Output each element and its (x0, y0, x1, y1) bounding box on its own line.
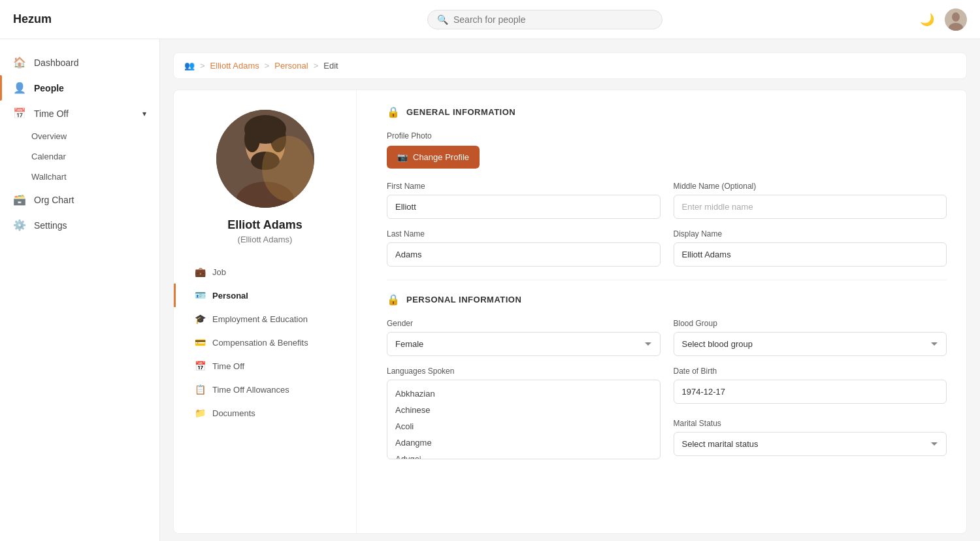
blood-group-group: Blood Group Select blood group A+ A- B+ … (674, 319, 947, 356)
language-list-container[interactable]: Abkhazian Achinese Acoli Adangme Adygei (387, 380, 661, 459)
lock-icon-general: 🔒 (387, 106, 400, 118)
name-row-2: Last Name Display Name (387, 229, 947, 267)
first-name-label: First Name (387, 182, 661, 191)
personal-row-2: Languages Spoken Abkhazian Achinese Acol… (387, 367, 947, 459)
documents-icon: 📁 (195, 408, 206, 418)
theme-toggle-icon[interactable]: 🌙 (920, 12, 934, 27)
middle-name-label: Middle Name (Optional) (674, 182, 947, 191)
lock-icon-personal: 🔒 (387, 293, 400, 306)
calendar-icon: 📅 (13, 107, 26, 120)
sidebar-item-people[interactable]: 👤 People (0, 75, 159, 101)
app-logo: Hezum (13, 12, 170, 26)
left-nav-documents[interactable]: 📁 Documents (187, 401, 343, 425)
top-nav-right: 🌙 (920, 8, 967, 31)
search-area: 🔍 (170, 10, 920, 29)
dob-input[interactable] (674, 380, 947, 404)
blood-group-select[interactable]: Select blood group A+ A- B+ B- AB+ AB- O… (674, 332, 947, 356)
profile-photo-label: Profile Photo (387, 131, 947, 140)
last-name-input[interactable] (387, 242, 661, 267)
profile-display-name: (Elliott Adams) (238, 235, 293, 244)
last-name-label: Last Name (387, 229, 661, 238)
left-nav: 💼 Job 🪪 Personal 🎓 Employment & Educatio… (187, 260, 343, 425)
breadcrumb: 👥 > Elliott Adams > Personal > Edit (173, 52, 967, 79)
breadcrumb-sep-0: > (200, 61, 205, 71)
job-icon: 💼 (195, 267, 206, 277)
personal-row-1: Gender Female Male Other Prefer not to s… (387, 319, 947, 356)
marital-status-group: Marital Status Select marital status Sin… (674, 419, 947, 459)
main-content: 👥 > Elliott Adams > Personal > Edit (160, 39, 980, 541)
gender-select[interactable]: Female Male Other Prefer not to say (387, 332, 661, 356)
dob-marital-group: Date of Birth Marital Status Select mari… (674, 367, 947, 459)
timeoff-submenu: Overview Calendar Wallchart (0, 126, 159, 187)
svg-point-1 (952, 12, 960, 22)
left-nav-allowances[interactable]: 📋 Time Off Allowances (187, 378, 343, 401)
profile-avatar (216, 110, 314, 208)
breadcrumb-sep-2: > (314, 61, 319, 71)
marital-status-select[interactable]: Select marital status Single Married Div… (674, 432, 947, 456)
settings-icon: ⚙️ (13, 219, 26, 231)
display-name-input[interactable] (674, 242, 947, 267)
last-name-group: Last Name (387, 229, 661, 267)
orgchart-icon: 🗃️ (13, 193, 26, 206)
left-panel: Elliott Adams (Elliott Adams) 💼 Job 🪪 Pe… (174, 90, 357, 533)
camera-icon: 📷 (397, 152, 408, 162)
profile-name: Elliott Adams (227, 218, 302, 232)
search-input[interactable] (453, 14, 653, 25)
section-divider (387, 280, 947, 280)
middle-name-group: Middle Name (Optional) (674, 182, 947, 219)
people-icon: 👤 (13, 82, 26, 94)
personal-icon: 🪪 (195, 290, 206, 301)
display-name-label: Display Name (674, 229, 947, 238)
lang-achinese[interactable]: Achinese (387, 402, 660, 418)
display-name-group: Display Name (674, 229, 947, 267)
sidebar-item-dashboard[interactable]: 🏠 Dashboard (0, 50, 159, 75)
breadcrumb-edit: Edit (323, 61, 338, 71)
gender-group: Gender Female Male Other Prefer not to s… (387, 319, 661, 356)
middle-name-input[interactable] (674, 195, 947, 219)
left-nav-personal[interactable]: 🪪 Personal (187, 284, 343, 307)
name-row-1: First Name Middle Name (Optional) (387, 182, 947, 219)
search-icon: 🔍 (437, 14, 448, 25)
breadcrumb-elliott[interactable]: Elliott Adams (210, 61, 259, 71)
general-info-header: 🔒 GENERAL INFORMATION (387, 106, 947, 118)
marital-status-label: Marital Status (674, 419, 947, 428)
left-nav-employment[interactable]: 🎓 Employment & Education (187, 307, 343, 331)
personal-info-header: 🔒 PERSONAL INFORMATION (387, 293, 947, 306)
user-avatar[interactable] (945, 8, 967, 31)
breadcrumb-sep-1: > (265, 61, 270, 71)
languages-label: Languages Spoken (387, 367, 661, 376)
lang-acoli[interactable]: Acoli (387, 418, 660, 434)
sidebar-item-timeoff[interactable]: 📅 Time Off ▾ (0, 101, 159, 126)
first-name-group: First Name (387, 182, 661, 219)
breadcrumb-personal[interactable]: Personal (274, 61, 308, 71)
languages-group: Languages Spoken Abkhazian Achinese Acol… (387, 367, 661, 459)
sidebar-sub-overview[interactable]: Overview (31, 126, 159, 146)
employment-icon: 🎓 (195, 314, 206, 324)
sidebar-item-settings[interactable]: ⚙️ Settings (0, 212, 159, 238)
blood-group-label: Blood Group (674, 319, 947, 328)
sidebar-sub-calendar[interactable]: Calendar (31, 146, 159, 167)
content-area: Elliott Adams (Elliott Adams) 💼 Job 🪪 Pe… (173, 90, 967, 534)
top-nav: Hezum 🔍 🌙 (0, 0, 980, 39)
lang-adangme[interactable]: Adangme (387, 434, 660, 451)
gender-label: Gender (387, 319, 661, 328)
lang-adygei[interactable]: Adygei (387, 451, 660, 459)
sidebar-item-orgchart[interactable]: 🗃️ Org Chart (0, 187, 159, 212)
svg-point-11 (262, 136, 314, 201)
left-nav-compensation[interactable]: 💳 Compensation & Benefits (187, 331, 343, 354)
main-layout: 🏠 Dashboard 👤 People 📅 Time Off ▾ Overvi… (0, 39, 980, 541)
breadcrumb-people-icon: 👥 (184, 61, 195, 71)
left-nav-timeoff[interactable]: 📅 Time Off (187, 354, 343, 378)
left-nav-job[interactable]: 💼 Job (187, 260, 343, 284)
timeoff-icon: 📅 (195, 361, 206, 371)
sidebar-sub-wallchart[interactable]: Wallchart (31, 167, 159, 187)
svg-point-7 (244, 126, 260, 152)
change-profile-button[interactable]: 📷 Change Profile (387, 146, 480, 169)
first-name-input[interactable] (387, 195, 661, 219)
chevron-down-icon: ▾ (142, 109, 146, 118)
lang-abkhazian[interactable]: Abkhazian (387, 385, 660, 402)
language-list: Abkhazian Achinese Acoli Adangme Adygei (387, 380, 660, 459)
profile-photo-group: Profile Photo 📷 Change Profile (387, 131, 947, 169)
sidebar: 🏠 Dashboard 👤 People 📅 Time Off ▾ Overvi… (0, 39, 160, 541)
dob-group: Date of Birth (674, 367, 947, 407)
